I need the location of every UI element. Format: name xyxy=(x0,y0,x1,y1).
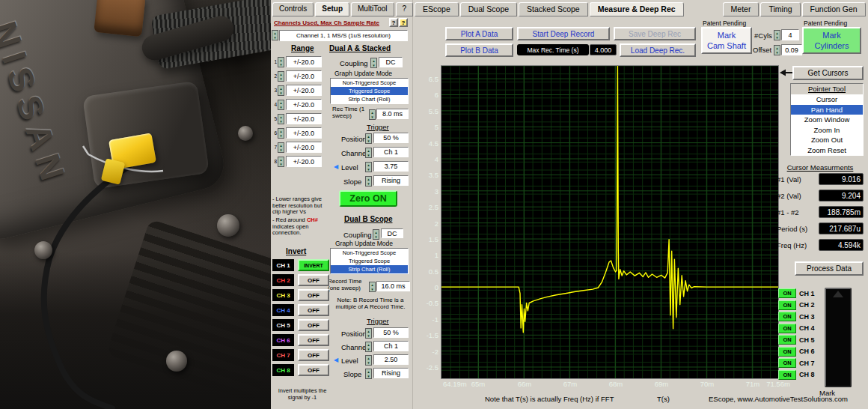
slope-a-value[interactable]: Rising xyxy=(373,175,409,186)
scope-plot[interactable] xyxy=(441,66,778,378)
level-a-value[interactable]: 3.75 xyxy=(373,161,409,172)
channel-on-button-ch-7[interactable]: ON xyxy=(778,358,796,368)
range-value[interactable]: +/-20.0 xyxy=(286,113,322,124)
spin-down-icon[interactable]: ▾ xyxy=(371,63,376,67)
slope-b-spinner[interactable]: ▴▾ xyxy=(365,369,372,379)
spin-down-icon[interactable]: ▾ xyxy=(366,374,371,378)
range-value[interactable]: +/-20.0 xyxy=(286,70,322,82)
left-tab-setup[interactable]: Setup xyxy=(315,2,349,16)
spin-down-icon[interactable]: ▾ xyxy=(366,139,371,143)
channel-select-spinner[interactable]: ▴▾ xyxy=(272,30,278,40)
offset-spinner[interactable]: ▴▾ xyxy=(774,45,780,55)
dual-a-mode-non-triggered-scope[interactable]: Non-Triggered Scope xyxy=(331,79,408,87)
spin-down-icon[interactable]: ▾ xyxy=(366,153,371,157)
spin-down-icon[interactable]: ▾ xyxy=(366,181,371,186)
spin-down-icon[interactable]: ▾ xyxy=(373,234,379,239)
invert-toggle-ch-1[interactable]: INVERT xyxy=(298,259,329,271)
range-value[interactable]: +/-20.0 xyxy=(286,99,322,110)
invert-toggle-ch-7[interactable]: OFF xyxy=(298,349,329,361)
invert-toggle-ch-5[interactable]: OFF xyxy=(298,319,329,331)
coupling-b-spinner[interactable]: ▴▾ xyxy=(373,229,379,240)
dual-a-mode-triggered-scope[interactable]: Triggered Scope xyxy=(331,87,408,95)
channel-on-button-ch-4[interactable]: ON xyxy=(778,324,796,333)
left-tab-multitool[interactable]: MultiTool xyxy=(351,2,394,16)
help-button-2[interactable]: ? xyxy=(399,18,408,27)
range-value[interactable]: +/-20.0 xyxy=(286,85,322,96)
left-tab-controls[interactable]: Controls xyxy=(272,2,314,16)
slope-b-value[interactable]: Rising xyxy=(373,368,409,378)
invert-toggle-ch-6[interactable]: OFF xyxy=(298,334,329,346)
range-spinner[interactable]: ▴▾ xyxy=(278,57,284,67)
channel-on-button-ch-6[interactable]: ON xyxy=(778,347,796,357)
invert-toggle-ch-3[interactable]: OFF xyxy=(298,289,329,301)
range-spinner[interactable]: ▴▾ xyxy=(278,142,284,153)
channel-b-spinner[interactable]: ▴▾ xyxy=(365,342,372,352)
pointer-tool-pan-hand[interactable]: Pan Hand xyxy=(791,105,863,115)
channel-a-spinner[interactable]: ▴▾ xyxy=(365,148,372,158)
offset-value[interactable]: 0.09 xyxy=(781,44,802,55)
position-a-value[interactable]: 50 % xyxy=(373,133,409,143)
save-deep-rec-button[interactable]: Save Deep Rec xyxy=(614,27,696,40)
spin-down-icon[interactable]: ▾ xyxy=(366,167,371,172)
pointer-tool-zoom-in[interactable]: Zoom In xyxy=(791,125,863,136)
get-cursors-button[interactable]: Get Cursors xyxy=(792,66,864,80)
slope-a-spinner[interactable]: ▴▾ xyxy=(365,176,372,187)
zero-on-button[interactable]: Zero ON xyxy=(339,190,397,207)
spin-down-icon[interactable]: ▾ xyxy=(278,91,284,95)
range-spinner[interactable]: ▴▾ xyxy=(278,85,284,96)
pointer-tool-cursor[interactable]: Cursor xyxy=(791,94,863,105)
main-tab-dual-scope[interactable]: Dual Scope xyxy=(460,2,517,16)
range-spinner[interactable]: ▴▾ xyxy=(278,128,284,139)
spin-down-icon[interactable]: ▾ xyxy=(278,133,284,138)
left-tab-[interactable]: ? xyxy=(396,2,414,16)
dual-b-mode-triggered-scope[interactable]: Triggered Scope xyxy=(331,257,408,265)
load-deep-rec-button[interactable]: Load Deep Rec. xyxy=(620,43,696,57)
channel-on-button-ch-5[interactable]: ON xyxy=(778,335,796,345)
pointer-tool-zoom-window[interactable]: Zoom Window xyxy=(791,115,863,125)
coupling-a-value[interactable]: DC xyxy=(379,57,403,67)
spin-down-icon[interactable]: ▾ xyxy=(278,148,284,152)
help-button[interactable]: ? xyxy=(389,18,398,27)
range-spinner[interactable]: ▴▾ xyxy=(278,71,284,82)
main-tab-stacked-scope[interactable]: Stacked Scope xyxy=(519,2,588,16)
rec-time-a-value[interactable]: 8.0 ms xyxy=(376,109,409,119)
spin-down-icon[interactable]: ▾ xyxy=(278,119,284,124)
range-spinner[interactable]: ▴▾ xyxy=(278,114,284,124)
process-data-button[interactable]: Process Data xyxy=(795,261,864,276)
mark-cam-shaft-button[interactable]: Mark Cam Shaft xyxy=(701,27,752,54)
range-value[interactable]: +/-20.0 xyxy=(286,156,322,167)
invert-toggle-ch-8[interactable]: OFF xyxy=(298,364,329,376)
range-value[interactable]: +/-20.0 xyxy=(286,56,322,67)
main-tab-timing[interactable]: Timing xyxy=(760,2,800,16)
spin-down-icon[interactable]: ▾ xyxy=(370,287,375,291)
start-deep-record-button[interactable]: Start Deep Record xyxy=(517,27,610,40)
coupling-a-spinner[interactable]: ▴▾ xyxy=(370,58,377,68)
channel-on-button-ch-1[interactable]: ON xyxy=(778,288,796,298)
max-rec-time-value[interactable]: 4.000 xyxy=(590,44,617,55)
invert-toggle-ch-2[interactable]: OFF xyxy=(298,274,329,286)
position-b-spinner[interactable]: ▴▾ xyxy=(365,328,372,339)
main-tab-function-gen[interactable]: Function Gen xyxy=(802,2,866,16)
channel-a-value[interactable]: Ch 1 xyxy=(373,147,409,157)
level-b-spinner[interactable]: ▴▾ xyxy=(365,355,372,366)
spin-down-icon[interactable]: ▾ xyxy=(272,35,278,40)
plot-b-data-button[interactable]: Plot B Data xyxy=(445,43,513,57)
range-spinner[interactable]: ▴▾ xyxy=(278,157,284,167)
rec-time-b-spinner[interactable]: ▴▾ xyxy=(369,282,376,292)
range-spinner[interactable]: ▴▾ xyxy=(278,100,284,110)
spin-down-icon[interactable]: ▾ xyxy=(278,162,284,166)
main-tab-meter[interactable]: Meter xyxy=(723,2,760,16)
cyls-value[interactable]: 4 xyxy=(781,29,799,40)
position-a-spinner[interactable]: ▴▾ xyxy=(365,133,372,144)
pointer-tool-zoom-reset[interactable]: Zoom Reset xyxy=(791,145,863,156)
spin-down-icon[interactable]: ▾ xyxy=(366,360,371,365)
channel-select[interactable]: Channel 1, 1 MS/S (1uS resolution) xyxy=(279,30,408,41)
spin-down-icon[interactable]: ▾ xyxy=(774,35,780,40)
spin-down-icon[interactable]: ▾ xyxy=(278,105,284,109)
cyls-spinner[interactable]: ▴▾ xyxy=(774,30,780,40)
dual-a-mode-strip-chart-roll[interactable]: Strip Chart (Roll) xyxy=(331,95,408,103)
level-a-spinner[interactable]: ▴▾ xyxy=(365,162,372,172)
spin-down-icon[interactable]: ▾ xyxy=(366,347,371,351)
spin-down-icon[interactable]: ▾ xyxy=(370,115,375,119)
level-b-value[interactable]: 2.50 xyxy=(373,354,409,365)
